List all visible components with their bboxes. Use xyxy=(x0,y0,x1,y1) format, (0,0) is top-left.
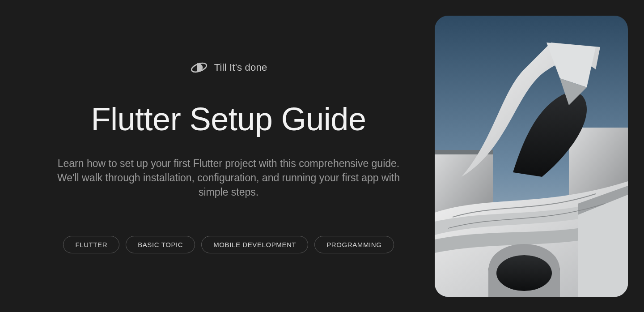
tag-mobile-development[interactable]: MOBILE DEVELOPMENT xyxy=(201,236,308,253)
brand-row: Till It's done xyxy=(190,59,267,77)
content-column: Till It's done Flutter Setup Guide Learn… xyxy=(0,59,435,254)
page-container: Till It's done Flutter Setup Guide Learn… xyxy=(0,0,644,312)
hero-image xyxy=(435,16,628,297)
tag-basic-topic[interactable]: BASIC TOPIC xyxy=(126,236,195,253)
page-subtitle: Learn how to set up your first Flutter p… xyxy=(47,157,410,199)
tag-flutter[interactable]: FLUTTER xyxy=(63,236,119,253)
svg-point-6 xyxy=(496,255,552,291)
tag-row: FLUTTER BASIC TOPIC MOBILE DEVELOPMENT P… xyxy=(63,236,394,253)
orbit-d-icon xyxy=(190,59,208,77)
page-title: Flutter Setup Guide xyxy=(91,103,366,137)
tag-programming[interactable]: PROGRAMMING xyxy=(314,236,394,253)
brand-name: Till It's done xyxy=(214,62,267,73)
